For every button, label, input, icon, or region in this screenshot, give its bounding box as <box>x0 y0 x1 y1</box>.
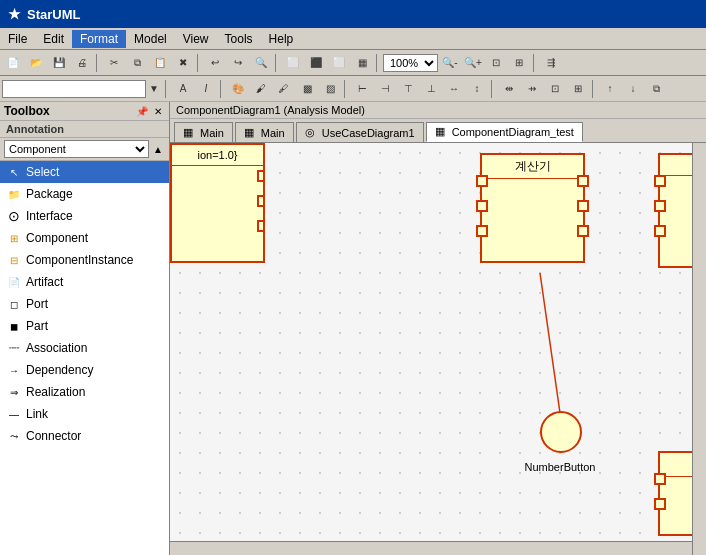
toolbox-title: Toolbox <box>4 104 50 118</box>
component-kesan-title: 계산기 <box>482 155 583 179</box>
save-btn[interactable]: 💾 <box>48 53 70 73</box>
toolbox-close-btn[interactable]: ✕ <box>151 104 165 118</box>
annotation-header: Annotation <box>0 121 169 138</box>
size1-btn[interactable]: ⊡ <box>544 79 566 99</box>
new-btn[interactable]: 📄 <box>2 53 24 73</box>
delete-btn[interactable]: ✖ <box>172 53 194 73</box>
tb-extra1[interactable]: ⬜ <box>282 53 304 73</box>
tool-association-label: Association <box>26 341 87 355</box>
toolbar1: 📄 📂 💾 🖨 ✂ ⧉ 📋 ✖ ↩ ↪ 🔍 ⬜ ⬛ ⬜ ▦ 50% 75% 10… <box>0 50 706 76</box>
vertical-scrollbar[interactable] <box>692 143 706 555</box>
tool-port-label: Port <box>26 297 48 311</box>
zoom-out-btn[interactable]: 🔍- <box>439 53 461 73</box>
menu-model[interactable]: Model <box>126 30 175 48</box>
tab-main1[interactable]: ▦ Main <box>174 122 233 142</box>
component-kesan[interactable]: 계산기 <box>480 153 585 263</box>
paste-btn[interactable]: 📋 <box>149 53 171 73</box>
tab-componenttest[interactable]: ▦ ComponentDiagram_test <box>426 122 583 142</box>
tb-extra2[interactable]: ⬛ <box>305 53 327 73</box>
front-btn[interactable]: ↑ <box>599 79 621 99</box>
tab-main2[interactable]: ▦ Main <box>235 122 294 142</box>
menu-view[interactable]: View <box>175 30 217 48</box>
tab-main1-icon: ▦ <box>183 126 197 140</box>
select-icon: ↖ <box>6 164 22 180</box>
toolbox-pin-btn[interactable]: 📌 <box>135 104 149 118</box>
tool-part[interactable]: ◼ Part <box>0 315 169 337</box>
tool-interface[interactable]: ⊙ Interface <box>0 205 169 227</box>
undo-btn[interactable]: ↩ <box>204 53 226 73</box>
zoom-select[interactable]: 50% 75% 100% 125% 150% 200% <box>383 54 438 72</box>
tool-package-label: Package <box>26 187 73 201</box>
color4-btn[interactable]: ▩ <box>296 79 318 99</box>
toolbox-header: Toolbox 📌 ✕ <box>0 102 169 121</box>
menu-edit[interactable]: Edit <box>35 30 72 48</box>
canvas[interactable]: ion=1.0} 계산기 TV <box>170 143 706 555</box>
align6-btn[interactable]: ↕ <box>466 79 488 99</box>
distribute2-btn[interactable]: ⇸ <box>521 79 543 99</box>
tool-association[interactable]: ╌╌ Association <box>0 337 169 359</box>
menu-format[interactable]: Format <box>72 30 126 48</box>
tb-extra3[interactable]: ⬜ <box>328 53 350 73</box>
tool-dependency[interactable]: → Dependency <box>0 359 169 381</box>
cut-btn[interactable]: ✂ <box>103 53 125 73</box>
align5-btn[interactable]: ↔ <box>443 79 465 99</box>
horizontal-scrollbar[interactable] <box>170 541 692 555</box>
partial-component-label: ion=1.0} <box>172 145 263 166</box>
tool-link[interactable]: — Link <box>0 403 169 425</box>
distribute1-btn[interactable]: ⇹ <box>498 79 520 99</box>
align3-btn[interactable]: ⊤ <box>397 79 419 99</box>
dependency-icon: → <box>6 362 22 378</box>
tool-component[interactable]: ⊞ Component <box>0 227 169 249</box>
font-btn[interactable]: A <box>172 79 194 99</box>
category-scroll-up[interactable]: ▲ <box>151 142 165 156</box>
tool-select-label: Select <box>26 165 59 179</box>
tool-componentinstance[interactable]: ⊟ ComponentInstance <box>0 249 169 271</box>
partial-port-right-bot <box>257 220 265 232</box>
color2-btn[interactable]: 🖌 <box>250 79 272 99</box>
zoom-fit-btn[interactable]: ⊡ <box>485 53 507 73</box>
tab-usecase[interactable]: ◎ UseCaseDiagram1 <box>296 122 424 142</box>
tool-realization[interactable]: ⇒ Realization <box>0 381 169 403</box>
menu-help[interactable]: Help <box>261 30 302 48</box>
print-btn[interactable]: 🖨 <box>71 53 93 73</box>
italic-btn[interactable]: I <box>195 79 217 99</box>
menu-tools[interactable]: Tools <box>217 30 261 48</box>
package-icon: 📁 <box>6 186 22 202</box>
find-btn[interactable]: 🔍 <box>250 53 272 73</box>
tab-usecase-icon: ◎ <box>305 126 319 140</box>
group-btn[interactable]: ⧉ <box>645 79 667 99</box>
toolbox-list: ↖ Select 📁 Package ⊙ Interface ⊞ Compone… <box>0 161 169 555</box>
color5-btn[interactable]: ▨ <box>319 79 341 99</box>
size2-btn[interactable]: ⊞ <box>567 79 589 99</box>
redo-btn[interactable]: ↪ <box>227 53 249 73</box>
menu-file[interactable]: File <box>0 30 35 48</box>
sep1 <box>96 54 100 72</box>
tool-select[interactable]: ↖ Select <box>0 161 169 183</box>
color3-btn[interactable]: 🖋 <box>273 79 295 99</box>
circle-numbutton[interactable] <box>540 411 582 453</box>
color1-btn[interactable]: 🎨 <box>227 79 249 99</box>
category-select[interactable]: Component <box>4 140 149 158</box>
tab-main2-icon: ▦ <box>244 126 258 140</box>
tool-port[interactable]: ◻ Port <box>0 293 169 315</box>
layout-btn[interactable]: ⇶ <box>540 53 562 73</box>
tab-usecase-label: UseCaseDiagram1 <box>322 127 415 139</box>
align4-btn[interactable]: ⊥ <box>420 79 442 99</box>
tool-link-label: Link <box>26 407 48 421</box>
tool-connector[interactable]: ⤳ Connector <box>0 425 169 447</box>
tb-extra4[interactable]: ▦ <box>351 53 373 73</box>
tool-realization-label: Realization <box>26 385 85 399</box>
copy-btn[interactable]: ⧉ <box>126 53 148 73</box>
kesan-port-left-mid <box>476 200 488 212</box>
element-name-input[interactable] <box>2 80 146 98</box>
zoom-in-btn[interactable]: 🔍+ <box>462 53 484 73</box>
partial-port-right-mid <box>257 195 265 207</box>
open-btn[interactable]: 📂 <box>25 53 47 73</box>
name-dropdown-btn[interactable]: ▼ <box>146 79 162 99</box>
align2-btn[interactable]: ⊣ <box>374 79 396 99</box>
tool-artifact[interactable]: 📄 Artifact <box>0 271 169 293</box>
tool-package[interactable]: 📁 Package <box>0 183 169 205</box>
back-btn[interactable]: ↓ <box>622 79 644 99</box>
zoom-reset-btn[interactable]: ⊞ <box>508 53 530 73</box>
align1-btn[interactable]: ⊢ <box>351 79 373 99</box>
